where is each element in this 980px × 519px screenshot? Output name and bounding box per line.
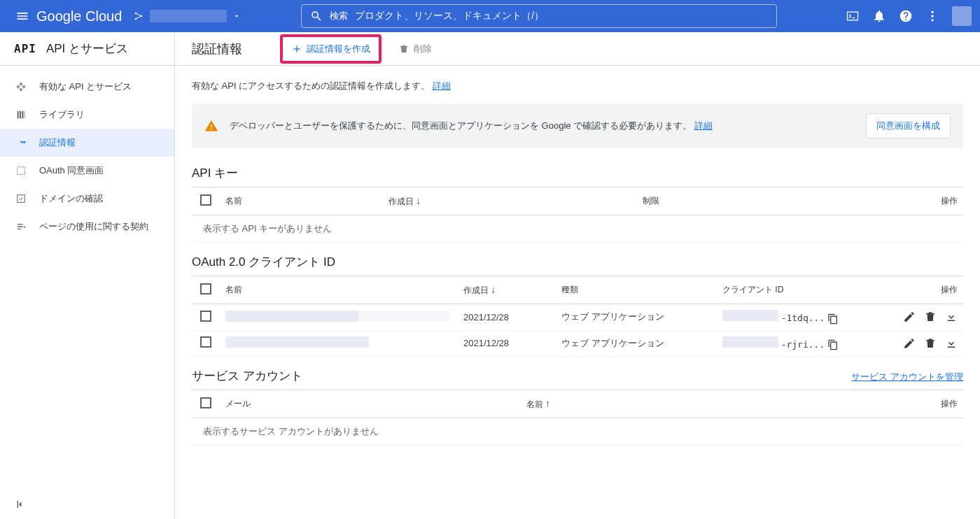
col-client-id[interactable]: クライアント ID <box>717 276 879 304</box>
more-icon[interactable] <box>925 9 939 23</box>
col-created[interactable]: 作成日 ↓ <box>383 187 637 215</box>
gcp-logo[interactable]: Google Cloud <box>36 8 122 24</box>
service-accounts-table: メール 名前 ↑ 操作 表示するサービス アカウントがありません <box>192 390 963 446</box>
chevron-down-icon <box>232 12 241 20</box>
warning-icon <box>204 119 218 133</box>
page-toolbar: 認証情報 認証情報を作成 削除 <box>175 32 980 66</box>
terms-icon <box>14 221 28 232</box>
cell-type: ウェブ アプリケーション <box>556 330 717 357</box>
col-ops: 操作 <box>800 187 963 215</box>
delete-button-label: 削除 <box>414 43 432 55</box>
edit-icon[interactable] <box>903 311 916 323</box>
sort-down-icon: ↓ <box>416 195 421 206</box>
help-icon[interactable] <box>899 9 913 23</box>
oauth-table: 名前 作成日 ↓ 種類 クライアント ID 操作 2021/12/28 ウェブ … <box>192 276 963 357</box>
sidebar-item-label: 認証情報 <box>39 136 76 149</box>
checkbox-all-sa[interactable] <box>200 397 211 408</box>
download-icon[interactable] <box>945 337 958 350</box>
sidebar-header[interactable]: API API とサービス <box>0 32 174 66</box>
collapse-sidebar-icon[interactable] <box>14 498 27 511</box>
top-header: Google Cloud 検索 プロダクト、リソース、ドキュメント（/） <box>0 0 980 32</box>
search-box[interactable]: 検索 プロダクト、リソース、ドキュメント（/） <box>301 4 777 28</box>
client-id-suffix: -rjri... <box>781 339 825 350</box>
edit-icon[interactable] <box>903 337 916 350</box>
create-credentials-button[interactable]: 認証情報を作成 <box>283 37 379 61</box>
menu-icon[interactable] <box>8 9 36 23</box>
banner-link[interactable]: 詳細 <box>694 120 713 131</box>
table-row: 2021/12/28 ウェブ アプリケーション -1tdq... <box>192 304 963 331</box>
api-keys-empty: 表示する API キーがありません <box>192 215 963 243</box>
search-icon <box>310 10 323 22</box>
plus-icon <box>291 43 302 55</box>
warning-banner: デベロッパーとユーザーを保護するために、同意画面とアプリケーションを Googl… <box>192 104 963 148</box>
sidebar-item-label: 有効な API とサービス <box>39 80 132 93</box>
col-name[interactable]: 名前 ↑ <box>521 390 767 418</box>
copy-icon[interactable] <box>827 313 839 325</box>
row-checkbox[interactable] <box>200 311 211 322</box>
section-title-api-keys: API キー <box>192 165 963 181</box>
search-container: 検索 プロダクト、リソース、ドキュメント（/） <box>241 4 837 28</box>
redacted-name[interactable] <box>225 311 358 322</box>
sidebar-item-label: ページの使用に関する契約 <box>39 220 148 233</box>
col-ops: 操作 <box>767 390 963 418</box>
cloud-shell-icon[interactable] <box>846 9 860 23</box>
sort-up-icon: ↑ <box>545 398 550 409</box>
cell-type: ウェブ アプリケーション <box>556 304 717 331</box>
sort-down-icon: ↓ <box>491 284 496 295</box>
sidebar-item-domain-verify[interactable]: ドメインの確認 <box>0 185 174 213</box>
avatar[interactable] <box>952 6 972 26</box>
page-description: 有効な API にアクセスするための認証情報を作成します。 詳細 <box>192 80 963 92</box>
api-logo-icon: API <box>14 42 36 55</box>
api-keys-table: 名前 作成日 ↓ 制限 操作 表示する API キーがありません <box>192 187 963 243</box>
project-icon <box>133 10 144 22</box>
header-actions <box>846 6 972 26</box>
col-ops: 操作 <box>879 276 963 304</box>
trash-icon[interactable] <box>924 311 937 323</box>
consent-icon <box>14 165 28 176</box>
section-title-oauth: OAuth 2.0 クライアント ID <box>192 254 963 270</box>
svg-point-5 <box>931 19 933 21</box>
copy-icon[interactable] <box>827 339 839 350</box>
redacted-id <box>722 336 778 348</box>
download-icon[interactable] <box>945 311 958 323</box>
section-title-service-accounts: サービス アカウント <box>192 368 302 384</box>
search-label: 検索 <box>330 10 348 22</box>
trash-icon <box>398 43 410 55</box>
redacted-name[interactable] <box>225 336 369 348</box>
sidebar-item-oauth-consent[interactable]: OAuth 同意画面 <box>0 157 174 185</box>
svg-rect-7 <box>18 195 25 203</box>
svg-point-3 <box>931 11 933 13</box>
manage-service-accounts-link[interactable]: サービス アカウントを管理 <box>851 371 963 383</box>
key-icon <box>14 137 28 148</box>
trash-icon[interactable] <box>924 337 937 350</box>
sidebar-item-credentials[interactable]: 認証情報 <box>0 129 174 157</box>
col-restriction[interactable]: 制限 <box>637 187 800 215</box>
delete-button[interactable]: 削除 <box>398 43 432 55</box>
svg-point-4 <box>931 15 933 17</box>
sidebar-item-terms[interactable]: ページの使用に関する契約 <box>0 213 174 241</box>
configure-consent-button[interactable]: 同意画面を構成 <box>866 113 951 138</box>
library-icon <box>14 109 28 120</box>
sidebar-item-label: ライブラリ <box>39 108 85 121</box>
main-content: 認証情報 認証情報を作成 削除 有効な API にアクセスするための認証情報を作… <box>175 32 980 519</box>
col-name[interactable]: 名前 <box>220 276 458 304</box>
description-link[interactable]: 詳細 <box>433 80 451 91</box>
client-id-suffix: -1tdq... <box>781 313 825 323</box>
annotation-highlight: 認証情報を作成 <box>280 34 382 64</box>
checkbox-all-apikeys[interactable] <box>200 194 211 206</box>
diamond-icon <box>14 81 28 92</box>
sidebar-item-library[interactable]: ライブラリ <box>0 101 174 129</box>
col-created[interactable]: 作成日 ↓ <box>458 276 556 304</box>
project-name-redacted <box>150 10 227 22</box>
row-checkbox[interactable] <box>200 336 211 348</box>
col-type[interactable]: 種類 <box>556 276 717 304</box>
col-name[interactable]: 名前 <box>220 187 383 215</box>
col-email[interactable]: メール <box>220 390 521 418</box>
sa-empty: 表示するサービス アカウントがありません <box>192 418 963 446</box>
sidebar-title: API とサービス <box>46 41 128 57</box>
checkbox-all-oauth[interactable] <box>200 283 211 294</box>
notifications-icon[interactable] <box>872 9 886 23</box>
search-placeholder: プロダクト、リソース、ドキュメント（/） <box>355 10 544 22</box>
sidebar-item-enabled-apis[interactable]: 有効な API とサービス <box>0 73 174 101</box>
project-selector[interactable] <box>133 10 241 22</box>
